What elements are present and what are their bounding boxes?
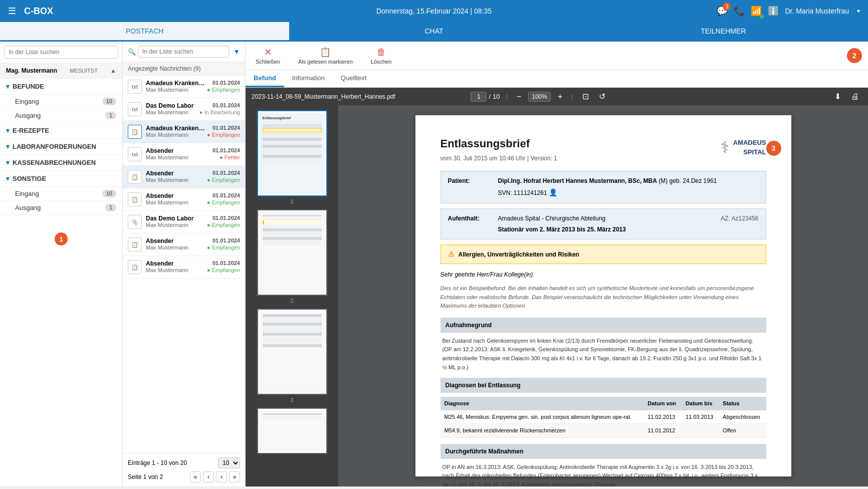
tab-postfach[interactable]: POSTFACH — [0, 22, 289, 42]
message-item[interactable]: 📋 Absender Max Mustermann 01.01.2024 ● E… — [123, 233, 245, 256]
datum-von: 11.01.2012 — [643, 424, 682, 438]
pdf-thumbnail[interactable] — [257, 408, 327, 454]
message-status: ● Empfangen — [207, 199, 240, 205]
print-button[interactable]: 🖨 — [848, 91, 862, 102]
message-receiver: Max Mustermann — [146, 222, 207, 228]
tab-information[interactable]: Information — [284, 70, 333, 87]
hamburger-icon[interactable]: ☰ — [8, 6, 16, 17]
filter-icon[interactable]: ▼ — [233, 48, 240, 56]
message-item[interactable]: 📋 Amadeus Krankenhaus Max Mustermann 01.… — [123, 121, 245, 143]
message-sender: Absender — [146, 192, 207, 199]
user-name: Dr. Maria Musterfrau — [785, 7, 849, 15]
sidebar-sub-befunde-eingang[interactable]: Eingang 10 — [0, 95, 122, 109]
message-status: ● Empfangen — [207, 267, 240, 273]
delete-button[interactable]: 🗑 Löschen — [367, 45, 396, 67]
zoom-in-button[interactable]: + — [555, 91, 565, 102]
message-date: 01.01.2024 — [212, 147, 240, 153]
message-list-header: 🔍 ▼ — [123, 42, 245, 62]
wifi-icon[interactable]: 📶 — [751, 6, 762, 17]
sidebar-sub-befunde-ausgang[interactable]: Ausgang 1 — [0, 109, 122, 123]
sidebar-category-erezepte[interactable]: ▾ E-REZEPTE — [0, 123, 122, 139]
message-sender: Absender — [146, 260, 207, 267]
message-date: 01.01.2024 — [207, 192, 240, 198]
message-content: Das Demo Labor Max Mustermann — [146, 215, 207, 228]
detail-toolbar: ✕ Schließen 📋 Als gelesen markieren 🗑 Lö… — [246, 42, 868, 70]
prev-page-button[interactable]: ‹ — [203, 471, 214, 482]
last-page-button[interactable]: » — [229, 471, 240, 482]
message-item[interactable]: 📋 Absender Max Mustermann 01.01.2024 ● E… — [123, 188, 245, 211]
pdf-thumbnail[interactable]: 3 — [257, 309, 327, 403]
pagination-area: Einträge 1 - 10 von 20 10 20 50 Seite 1 … — [123, 453, 245, 486]
sidebar-category-sonstige[interactable]: ▾ SONSTIGE — [0, 171, 122, 187]
message-item[interactable]: 📋 Absender Max Mustermann 01.01.2024 ● E… — [123, 166, 245, 188]
message-type-icon: txt — [128, 102, 142, 116]
stay-label: Aufenthalt: — [448, 214, 488, 223]
sidebar-category-kassen[interactable]: ▾ KASSENABRECHNUNGEN — [0, 155, 122, 171]
tab-chat[interactable]: CHAT — [289, 22, 578, 42]
sidebar-user-chevron[interactable]: ▲ — [110, 67, 116, 74]
sidebar-search-input[interactable] — [4, 46, 118, 59]
patient-label: Patient: — [448, 176, 488, 185]
pdf-content-area: Entlassungsbrief — [246, 105, 868, 486]
mark-read-button[interactable]: 📋 Als gelesen markieren — [294, 45, 357, 67]
user-menu-chevron[interactable]: ▾ — [857, 8, 860, 15]
per-page-select[interactable]: 10 20 50 — [218, 457, 240, 468]
pdf-viewer: 2023-11-14_08-59_Mustermann_Herbert_Hann… — [246, 88, 868, 486]
close-button[interactable]: ✕ Schließen — [252, 45, 284, 67]
pdf-thumbnail[interactable]: Entlassungsbrief — [257, 110, 327, 204]
rotate-button[interactable]: ↺ — [596, 91, 608, 102]
message-item[interactable]: txt Amadeus Krankenhaus Max Mustermann 0… — [123, 76, 245, 98]
chat-notification-icon[interactable]: 💬 3 — [717, 6, 728, 17]
detail-tabs: Befund Information Quelltext — [246, 70, 868, 88]
category-label-sonstige: SONSTIGE — [13, 175, 46, 182]
sidebar-sub-sonstige-eingang[interactable]: Eingang 10 — [0, 187, 122, 201]
tab-befund[interactable]: Befund — [246, 70, 284, 87]
sidebar-orange-badge[interactable]: 1 — [55, 232, 68, 246]
message-search-input[interactable] — [138, 46, 229, 58]
diagnose-status: Offen — [719, 424, 766, 438]
message-date: 01.01.2024 — [207, 215, 240, 221]
first-page-button[interactable]: « — [190, 471, 201, 482]
pdf-page-input[interactable] — [471, 92, 487, 102]
message-item[interactable]: txt Absender Max Mustermann 01.01.2024 ●… — [123, 143, 245, 166]
message-sender: Absender — [146, 147, 212, 154]
fit-page-button[interactable]: ⊡ — [579, 91, 592, 102]
category-label-kassen: KASSENABRECHNUNGEN — [13, 159, 96, 166]
next-page-button[interactable]: › — [216, 471, 227, 482]
wifi-status-badge — [760, 15, 764, 19]
sidebar-category-labor[interactable]: ▾ LABORANFORDERUNGEN — [0, 139, 122, 155]
zoom-out-button[interactable]: − — [514, 91, 524, 102]
message-status: ● Empfangen — [207, 87, 240, 93]
message-type-icon: 📋 — [128, 125, 142, 139]
message-meta: 01.01.2024 ● Empfangen — [207, 260, 240, 273]
sub-count: 1 — [105, 112, 116, 119]
tab-quelltext[interactable]: Quelltext — [333, 70, 374, 87]
page-label: Seite 1 von 2 — [128, 473, 163, 480]
message-receiver: Max Mustermann — [146, 132, 207, 138]
app-logo: C-BOX — [24, 6, 53, 17]
info-icon[interactable]: ℹ️ — [768, 6, 779, 17]
category-arrow-sonstige: ▾ — [6, 175, 10, 182]
sidebar-category-befunde[interactable]: ▾ BEFUNDE — [0, 79, 122, 95]
pdf-thumbnail[interactable]: 2 — [257, 209, 327, 304]
message-type-icon: 📎 — [128, 215, 142, 229]
download-button[interactable]: ⬇ — [831, 91, 844, 102]
main-layout: Mag. Mustermann MESUITST ▲ ▾ BEFUNDE Ein… — [0, 42, 868, 486]
message-item[interactable]: 📋 Absender Max Mustermann 01.01.2024 ● E… — [123, 256, 245, 279]
phone-icon[interactable]: 📞 — [734, 6, 745, 17]
message-list-count-label: Angezeigte Nachrichten (9) — [123, 62, 245, 76]
section-tabs: POSTFACH CHAT TEILNEHMER — [0, 22, 868, 42]
message-item[interactable]: txt Das Demo Labor Max Mustermann 01.01.… — [123, 98, 245, 121]
category-arrow-labor: ▾ — [6, 143, 10, 150]
datum-bis — [682, 424, 719, 438]
sidebar-sub-sonstige-ausgang[interactable]: Ausgang 1 — [0, 201, 122, 215]
tab-teilnehmer[interactable]: TEILNEHMER — [579, 22, 868, 42]
message-content: Amadeus Krankenhaus Max Mustermann — [146, 80, 207, 93]
message-status: ● Empfangen — [207, 244, 240, 251]
message-receiver: Max Mustermann — [146, 87, 207, 93]
message-meta: 01.01.2024 ● Empfangen — [207, 215, 240, 228]
message-status: ● Empfangen — [207, 132, 240, 138]
message-items-container: txt Amadeus Krankenhaus Max Mustermann 0… — [123, 76, 245, 453]
message-item[interactable]: 📎 Das Demo Labor Max Mustermann 01.01.20… — [123, 211, 245, 233]
pdf-main-content: Entlassungsbrief vom 30. Juli 2015 um 10… — [338, 105, 868, 486]
